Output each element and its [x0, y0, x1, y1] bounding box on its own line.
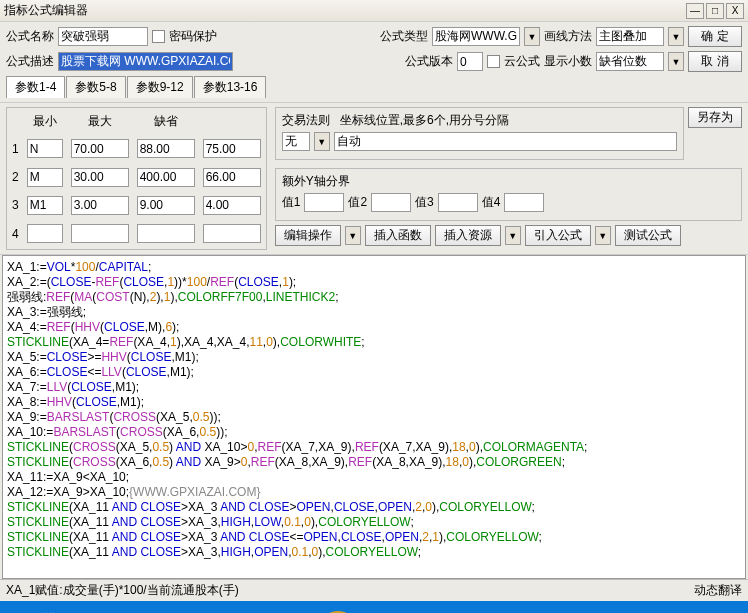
v4-input[interactable] [504, 193, 544, 212]
pwd-checkbox[interactable] [152, 30, 165, 43]
tab-0[interactable]: 参数1-4 [6, 76, 65, 98]
test-button[interactable]: 测试公式 [615, 225, 681, 246]
banner: 式指标网 ¥ www.9m8.cn [0, 601, 748, 613]
pwd-label: 密码保护 [169, 28, 217, 45]
v3-label: 值3 [415, 194, 434, 211]
ver-input[interactable] [457, 52, 483, 71]
type-select[interactable] [432, 27, 520, 46]
saveas-button[interactable]: 另存为 [688, 107, 742, 128]
param-max[interactable] [137, 139, 195, 158]
chevron-down-icon[interactable]: ▼ [668, 27, 684, 46]
tab-1[interactable]: 参数5-8 [66, 76, 125, 98]
res-button[interactable]: 插入资源 [435, 225, 501, 246]
import-button[interactable]: 引入公式 [525, 225, 591, 246]
param-tabs: 参数1-4参数5-8参数9-12参数13-16 [6, 76, 742, 98]
dec-select[interactable] [596, 52, 664, 71]
chevron-down-icon[interactable]: ▼ [668, 52, 684, 71]
param-row: 4 [9, 221, 264, 247]
param-name[interactable] [27, 139, 63, 158]
param-row: 3 [9, 192, 264, 218]
v1-label: 值1 [282, 194, 301, 211]
cancel-button[interactable]: 取 消 [688, 51, 742, 72]
v2-label: 值2 [348, 194, 367, 211]
cloud-checkbox[interactable] [487, 55, 500, 68]
param-row: 1 [9, 136, 264, 162]
param-max[interactable] [137, 196, 195, 215]
chevron-down-icon[interactable]: ▼ [345, 226, 361, 245]
maximize-button[interactable]: □ [706, 3, 724, 19]
param-min[interactable] [71, 168, 129, 187]
close-button[interactable]: X [726, 3, 744, 19]
chevron-down-icon[interactable]: ▼ [524, 27, 540, 46]
minimize-button[interactable]: — [686, 3, 704, 19]
draw-select[interactable] [596, 27, 664, 46]
param-def[interactable] [203, 139, 261, 158]
param-min[interactable] [71, 224, 129, 243]
rules-hint: 坐标线位置,最多6个,用分号分隔 [340, 113, 509, 127]
chevron-down-icon[interactable]: ▼ [314, 132, 330, 151]
param-name[interactable] [27, 196, 63, 215]
v1-input[interactable] [304, 193, 344, 212]
param-name[interactable] [27, 224, 63, 243]
edit-button[interactable]: 编辑操作 [275, 225, 341, 246]
chevron-down-icon[interactable]: ▼ [505, 226, 521, 245]
rules-title: 交易法则 [282, 113, 330, 127]
desc-input[interactable] [58, 52, 233, 71]
chevron-down-icon[interactable]: ▼ [595, 226, 611, 245]
param-min[interactable] [71, 139, 129, 158]
param-row: 2 [9, 164, 264, 190]
rules-auto[interactable] [334, 132, 677, 151]
v4-label: 值4 [482, 194, 501, 211]
banner-cn: 式指标网 [20, 607, 164, 614]
ok-button[interactable]: 确 定 [688, 26, 742, 47]
param-min[interactable] [71, 196, 129, 215]
name-input[interactable] [58, 27, 148, 46]
type-label: 公式类型 [380, 28, 428, 45]
form-toolbar: 公式名称 密码保护 公式类型 ▼ 画线方法 ▼ 确 定 公式描述 公式版本 云公… [0, 22, 748, 103]
status-bar: XA_1赋值:成交量(手)*100/当前流通股本(手) 动态翻译 [0, 579, 748, 601]
param-max[interactable] [137, 168, 195, 187]
func-button[interactable]: 插入函数 [365, 225, 431, 246]
dec-label: 显示小数 [544, 53, 592, 70]
param-def[interactable] [203, 224, 261, 243]
v2-input[interactable] [371, 193, 411, 212]
title-bar: 指标公式编辑器 — □ X [0, 0, 748, 22]
name-label: 公式名称 [6, 28, 54, 45]
code-editor[interactable]: XA_1:=VOL*100/CAPITAL;XA_2:=(CLOSE-REF(C… [2, 255, 746, 579]
v3-input[interactable] [438, 193, 478, 212]
extra-title: 额外Y轴分界 [282, 174, 350, 188]
tab-2[interactable]: 参数9-12 [127, 76, 193, 98]
window-title: 指标公式编辑器 [4, 2, 684, 19]
param-def[interactable] [203, 168, 261, 187]
param-max[interactable] [137, 224, 195, 243]
param-def[interactable] [203, 196, 261, 215]
param-table: 最小最大缺省 1234 [6, 107, 267, 250]
status-right: 动态翻译 [694, 582, 742, 599]
ver-label: 公式版本 [405, 53, 453, 70]
param-name[interactable] [27, 168, 63, 187]
desc-label: 公式描述 [6, 53, 54, 70]
cloud-label: 云公式 [504, 53, 540, 70]
rules-none[interactable] [282, 132, 310, 151]
params-area: 最小最大缺省 1234 交易法则 坐标线位置,最多6个,用分号分隔 ▼ 另存为 … [0, 103, 748, 255]
status-left: XA_1赋值:成交量(手)*100/当前流通股本(手) [6, 582, 239, 599]
tab-3[interactable]: 参数13-16 [194, 76, 267, 98]
draw-label: 画线方法 [544, 28, 592, 45]
